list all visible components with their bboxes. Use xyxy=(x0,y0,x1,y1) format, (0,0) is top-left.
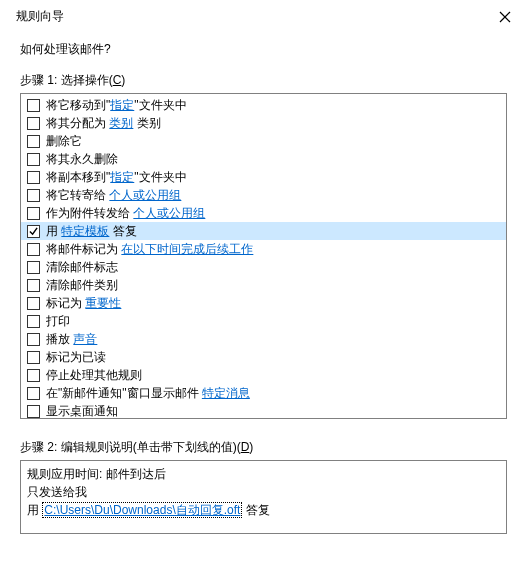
action-row[interactable]: 将其分配为 类别 类别 xyxy=(21,114,506,132)
action-row[interactable]: 播放 声音 xyxy=(21,330,506,348)
checkbox[interactable] xyxy=(27,153,40,166)
action-text: 标记为已读 xyxy=(46,348,106,366)
action-row[interactable]: 将它移动到"指定"文件夹中 xyxy=(21,96,506,114)
checkbox[interactable] xyxy=(27,369,40,382)
rule-description: 规则应用时间: 邮件到达后只发送给我用 C:\Users\Du\Download… xyxy=(20,460,507,534)
checkbox[interactable] xyxy=(27,225,40,238)
checkbox[interactable] xyxy=(27,135,40,148)
action-row[interactable]: 标记为 重要性 xyxy=(21,294,506,312)
checkbox[interactable] xyxy=(27,297,40,310)
action-text: 删除它 xyxy=(46,132,82,150)
action-row[interactable]: 用 特定模板 答复 xyxy=(21,222,506,240)
action-row[interactable]: 标记为已读 xyxy=(21,348,506,366)
action-text: 将副本移到"指定"文件夹中 xyxy=(46,168,187,186)
action-text: 将它转寄给 个人或公用组 xyxy=(46,186,181,204)
action-row[interactable]: 显示桌面通知 xyxy=(21,402,506,419)
action-row[interactable]: 在"新邮件通知"窗口显示邮件 特定消息 xyxy=(21,384,506,402)
checkbox[interactable] xyxy=(27,405,40,418)
action-link[interactable]: 特定消息 xyxy=(202,386,250,400)
close-icon[interactable] xyxy=(497,9,513,25)
description-line: 规则应用时间: 邮件到达后 xyxy=(27,465,500,483)
action-link[interactable]: 指定 xyxy=(110,170,134,184)
checkbox[interactable] xyxy=(27,171,40,184)
action-text: 标记为 重要性 xyxy=(46,294,121,312)
window-title: 规则向导 xyxy=(16,8,64,25)
action-row[interactable]: 作为附件转发给 个人或公用组 xyxy=(21,204,506,222)
action-link[interactable]: 个人或公用组 xyxy=(109,188,181,202)
step2-label: 步骤 2: 编辑规则说明(单击带下划线的值)(D) xyxy=(20,439,507,456)
checkbox[interactable] xyxy=(27,99,40,112)
checkbox[interactable] xyxy=(27,279,40,292)
checkbox[interactable] xyxy=(27,243,40,256)
action-row[interactable]: 清除邮件标志 xyxy=(21,258,506,276)
checkbox[interactable] xyxy=(27,351,40,364)
action-row[interactable]: 停止处理其他规则 xyxy=(21,366,506,384)
action-row[interactable]: 将邮件标记为 在以下时间完成后续工作 xyxy=(21,240,506,258)
checkbox[interactable] xyxy=(27,333,40,346)
description-line: 只发送给我 xyxy=(27,483,500,501)
action-row[interactable]: 将其永久删除 xyxy=(21,150,506,168)
action-text: 停止处理其他规则 xyxy=(46,366,142,384)
action-text: 将邮件标记为 在以下时间完成后续工作 xyxy=(46,240,253,258)
actions-list[interactable]: 将它移动到"指定"文件夹中将其分配为 类别 类别删除它将其永久删除将副本移到"指… xyxy=(20,93,507,419)
checkbox[interactable] xyxy=(27,261,40,274)
action-link[interactable]: 类别 xyxy=(109,116,133,130)
action-row[interactable]: 清除邮件类别 xyxy=(21,276,506,294)
action-link[interactable]: 特定模板 xyxy=(61,224,109,238)
action-text: 作为附件转发给 个人或公用组 xyxy=(46,204,205,222)
action-link[interactable]: 重要性 xyxy=(85,296,121,310)
action-text: 将它移动到"指定"文件夹中 xyxy=(46,96,187,114)
action-link[interactable]: 个人或公用组 xyxy=(133,206,205,220)
checkbox[interactable] xyxy=(27,207,40,220)
action-text: 清除邮件标志 xyxy=(46,258,118,276)
action-text: 显示桌面通知 xyxy=(46,402,118,419)
action-text: 播放 声音 xyxy=(46,330,97,348)
action-link[interactable]: 指定 xyxy=(110,98,134,112)
action-row[interactable]: 将副本移到"指定"文件夹中 xyxy=(21,168,506,186)
description-link[interactable]: C:\Users\Du\Downloads\自动回复.oft xyxy=(42,502,242,518)
action-text: 打印 xyxy=(46,312,70,330)
action-text: 将其永久删除 xyxy=(46,150,118,168)
action-link[interactable]: 在以下时间完成后续工作 xyxy=(121,242,253,256)
prompt-text: 如何处理该邮件? xyxy=(20,41,507,58)
checkbox[interactable] xyxy=(27,315,40,328)
action-text: 用 特定模板 答复 xyxy=(46,222,137,240)
action-row[interactable]: 打印 xyxy=(21,312,506,330)
checkbox[interactable] xyxy=(27,189,40,202)
action-row[interactable]: 删除它 xyxy=(21,132,506,150)
action-text: 在"新邮件通知"窗口显示邮件 特定消息 xyxy=(46,384,250,402)
description-line: 用 C:\Users\Du\Downloads\自动回复.oft 答复 xyxy=(27,501,500,519)
step1-label: 步骤 1: 选择操作(C) xyxy=(20,72,507,89)
action-text: 将其分配为 类别 类别 xyxy=(46,114,161,132)
action-text: 清除邮件类别 xyxy=(46,276,118,294)
checkbox[interactable] xyxy=(27,117,40,130)
action-link[interactable]: 声音 xyxy=(73,332,97,346)
checkbox[interactable] xyxy=(27,387,40,400)
action-row[interactable]: 将它转寄给 个人或公用组 xyxy=(21,186,506,204)
